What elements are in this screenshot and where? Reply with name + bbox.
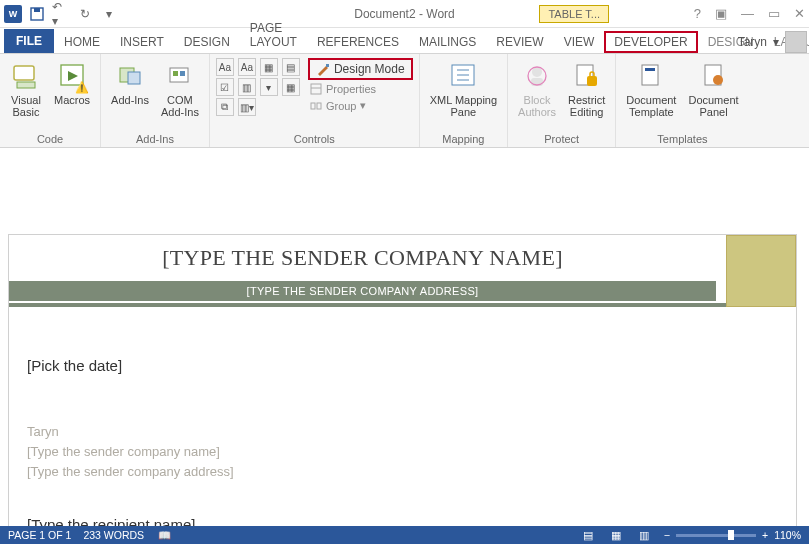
combobox-content-control-icon[interactable]: ▥ — [238, 78, 256, 96]
addins-button[interactable]: Add-Ins — [107, 58, 153, 108]
sender-user-line[interactable]: Taryn — [27, 422, 774, 442]
contextual-tab-table-tools: TABLE T... — [539, 5, 609, 23]
tab-file[interactable]: FILE — [4, 29, 54, 53]
visual-basic-button[interactable]: Visual Basic — [6, 58, 46, 120]
tab-home[interactable]: HOME — [54, 31, 110, 53]
user-dropdown-icon[interactable]: ▾ — [773, 35, 779, 49]
zoom-control[interactable]: − + 110% — [664, 529, 801, 541]
group-templates: Document Template Document Panel Templat… — [616, 54, 748, 147]
document-body[interactable]: [Pick the date] Taryn [Type the sender c… — [9, 307, 796, 526]
controls-grid: Aa Aa ▦ ▤ ☑ ▥ ▾ ▦ ⧉ ▥▾ — [216, 58, 300, 116]
status-page[interactable]: PAGE 1 OF 1 — [8, 529, 71, 541]
page[interactable]: [TYPE THE SENDER COMPANY NAME] [TYPE THE… — [8, 234, 797, 526]
repeating-section-control-icon[interactable]: ⧉ — [216, 98, 234, 116]
qat-dropdown-icon[interactable]: ▾ — [100, 5, 118, 23]
document-template-icon — [635, 60, 667, 92]
user-avatar[interactable] — [785, 31, 807, 53]
ribbon-display-icon[interactable]: ▣ — [715, 6, 727, 21]
group-controls-label: Controls — [294, 132, 335, 145]
svg-rect-15 — [317, 103, 321, 109]
view-print-icon[interactable]: ▦ — [608, 528, 624, 542]
minimize-icon[interactable]: — — [741, 6, 754, 21]
svg-rect-7 — [128, 72, 140, 84]
zoom-slider[interactable] — [676, 534, 756, 537]
redo-icon[interactable]: ↻ — [76, 5, 94, 23]
block-authors-label: Block Authors — [518, 94, 556, 118]
zoom-out-icon[interactable]: − — [664, 529, 670, 541]
tab-references[interactable]: REFERENCES — [307, 31, 409, 53]
help-icon[interactable]: ? — [694, 6, 701, 21]
zoom-in-icon[interactable]: + — [762, 529, 768, 541]
document-title: Document2 - Word — [354, 7, 454, 21]
document-area[interactable]: [TYPE THE SENDER COMPANY NAME] [TYPE THE… — [0, 148, 809, 526]
sender-company-address-small-field[interactable]: [Type the sender company address] — [27, 462, 774, 482]
checkbox-content-control-icon[interactable]: ☑ — [216, 78, 234, 96]
date-picker-field[interactable]: [Pick the date] — [27, 357, 774, 374]
status-words[interactable]: 233 WORDS — [83, 529, 144, 541]
dropdown-content-control-icon[interactable]: ▾ — [260, 78, 278, 96]
legacy-tools-icon[interactable]: ▥▾ — [238, 98, 256, 116]
rich-text-content-control-icon[interactable]: Aa — [216, 58, 234, 76]
title-bar: W ↶ ▾ ↻ ▾ Document2 - Word TABLE T... ? … — [0, 0, 809, 28]
design-mode-icon — [316, 62, 330, 76]
recipient-name-field[interactable]: [Type the recipient name] — [27, 516, 774, 526]
properties-icon — [310, 83, 322, 95]
word-app-icon[interactable]: W — [4, 5, 22, 23]
group-protect: Block Authors Restrict Editing Protect — [508, 54, 616, 147]
zoom-percent[interactable]: 110% — [774, 529, 801, 541]
group-addins-label: Add-Ins — [136, 132, 174, 145]
svg-rect-2 — [14, 66, 34, 80]
document-template-button[interactable]: Document Template — [622, 58, 680, 120]
design-mode-button[interactable]: Design Mode — [308, 58, 413, 80]
block-authors-icon — [521, 60, 553, 92]
restore-icon[interactable]: ▭ — [768, 6, 780, 21]
zoom-handle[interactable] — [728, 530, 734, 540]
svg-rect-27 — [645, 68, 655, 71]
restrict-editing-button[interactable]: Restrict Editing — [564, 58, 609, 120]
building-block-control-icon[interactable]: ▤ — [282, 58, 300, 76]
svg-rect-11 — [326, 64, 329, 67]
tab-design[interactable]: DESIGN — [174, 31, 240, 53]
document-panel-button[interactable]: Document Panel — [684, 58, 742, 120]
status-proofing-icon[interactable]: 📖 — [156, 528, 172, 542]
status-bar: PAGE 1 OF 1 233 WORDS 📖 ▤ ▦ ▥ − + 110% — [0, 526, 809, 544]
tab-insert[interactable]: INSERT — [110, 31, 174, 53]
tab-mailings[interactable]: MAILINGS — [409, 31, 486, 53]
picture-content-control-icon[interactable]: ▦ — [260, 58, 278, 76]
sender-company-name-small-field[interactable]: [Type the sender company name] — [27, 442, 774, 462]
svg-point-20 — [532, 67, 542, 77]
view-read-icon[interactable]: ▤ — [580, 528, 596, 542]
date-picker-content-control-icon[interactable]: ▦ — [282, 78, 300, 96]
properties-button[interactable]: Properties — [308, 82, 413, 96]
close-icon[interactable]: ✕ — [794, 6, 805, 21]
tab-review[interactable]: REVIEW — [486, 31, 553, 53]
com-addins-icon — [164, 60, 196, 92]
window-controls: ? ▣ — ▭ ✕ — [694, 6, 805, 21]
undo-icon[interactable]: ↶ ▾ — [52, 5, 70, 23]
document-panel-label: Document Panel — [688, 94, 738, 118]
block-authors-button: Block Authors — [514, 58, 560, 120]
group-code-label: Code — [37, 132, 63, 145]
save-icon[interactable] — [28, 5, 46, 23]
restrict-editing-label: Restrict Editing — [568, 94, 605, 118]
xml-mapping-pane-button[interactable]: XML Mapping Pane — [426, 58, 501, 120]
user-area[interactable]: Taryn ▾ — [738, 31, 807, 53]
tab-view[interactable]: VIEW — [554, 31, 605, 53]
document-panel-icon — [698, 60, 730, 92]
group-addins: Add-Ins COM Add-Ins Add-Ins — [101, 54, 210, 147]
plain-text-content-control-icon[interactable]: Aa — [238, 58, 256, 76]
tab-developer[interactable]: DEVELOPER — [604, 31, 697, 53]
tab-page-layout[interactable]: PAGE LAYOUT — [240, 17, 307, 53]
sender-company-name-field[interactable]: [TYPE THE SENDER COMPANY NAME] — [9, 235, 716, 281]
view-web-icon[interactable]: ▥ — [636, 528, 652, 542]
quick-access-toolbar: W ↶ ▾ ↻ ▾ — [0, 5, 118, 23]
svg-rect-3 — [17, 82, 35, 88]
com-addins-button[interactable]: COM Add-Ins — [157, 58, 203, 120]
group-templates-label: Templates — [657, 132, 707, 145]
group-button[interactable]: Group ▾ — [308, 98, 413, 113]
addins-icon — [114, 60, 146, 92]
macros-button[interactable]: ⚠️ Macros — [50, 58, 94, 108]
sender-company-address-field[interactable]: [TYPE THE SENDER COMPANY ADDRESS] — [9, 281, 716, 301]
svg-rect-1 — [34, 8, 40, 12]
macros-icon: ⚠️ — [56, 60, 88, 92]
